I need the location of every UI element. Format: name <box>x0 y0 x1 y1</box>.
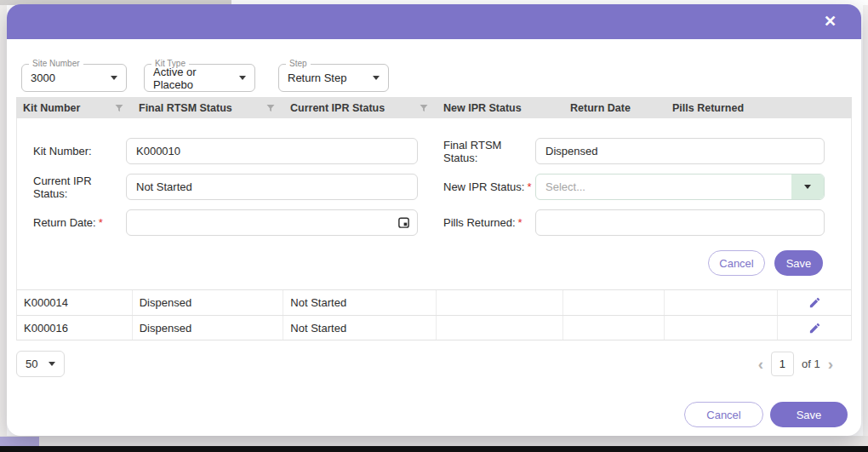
editor-save-button[interactable]: Save <box>774 250 823 276</box>
current-ipr-field-label: Current IPR Status: <box>17 175 126 200</box>
chevron-down-icon <box>239 76 246 80</box>
new-ipr-placeholder: Select... <box>536 180 791 193</box>
filter-icon[interactable] <box>266 103 276 113</box>
required-asterisk: * <box>99 216 103 229</box>
kit-type-select[interactable]: Kit Type Active or Placebo <box>144 64 255 92</box>
required-asterisk: * <box>527 180 531 193</box>
editor-cancel-button[interactable]: Cancel <box>708 250 765 276</box>
chevron-down-icon <box>111 76 117 80</box>
page-navigation: ‹ 1 of 1 › <box>758 352 833 376</box>
modal-save-button[interactable]: Save <box>770 402 848 427</box>
background-strip-right <box>863 5 868 436</box>
column-header-actions <box>779 97 852 118</box>
pencil-icon <box>808 296 821 309</box>
current-page-input[interactable]: 1 <box>771 352 794 376</box>
cell-new-ipr <box>437 316 563 340</box>
page-count-label: of 1 <box>802 358 820 370</box>
page-background: ✕ Site Number 3000 Kit Type Active or Pl… <box>0 0 868 452</box>
final-rtsm-input[interactable] <box>535 138 825 164</box>
filter-icon[interactable] <box>114 103 124 113</box>
column-header-label: Return Date <box>570 102 631 114</box>
table-row: K000016 Dispensed Not Started <box>16 315 852 340</box>
cell-current-ipr: Not Started <box>283 316 437 340</box>
final-rtsm-field-label: Final RTSM Status: <box>443 139 535 164</box>
current-ipr-input[interactable] <box>126 174 418 200</box>
return-date-label-text: Return Date: <box>33 216 96 229</box>
cell-kit-number: K000016 <box>17 316 133 340</box>
pills-returned-label-text: Pills Returned: <box>443 216 516 229</box>
step-select[interactable]: Step Return Step <box>278 64 389 92</box>
cell-pills-returned <box>665 316 778 340</box>
column-header-label: Kit Number <box>23 102 80 114</box>
site-number-value: 3000 <box>31 72 55 84</box>
calendar-icon[interactable] <box>397 216 410 229</box>
modal-header: ✕ <box>7 4 861 39</box>
modal-body: Site Number 3000 Kit Type Active or Plac… <box>7 64 861 377</box>
column-header-current-ipr: Current IPR Status <box>283 97 437 118</box>
filter-bar: Site Number 3000 Kit Type Active or Plac… <box>21 64 852 92</box>
kit-number-input[interactable] <box>126 138 418 164</box>
modal-footer: Cancel Save <box>684 402 848 427</box>
page-size-select[interactable]: 50 <box>16 351 65 377</box>
edit-row-button[interactable] <box>778 290 851 315</box>
new-ipr-field-label: New IPR Status:* <box>443 180 535 193</box>
chevron-down-icon <box>49 362 55 366</box>
return-date-input[interactable] <box>126 209 418 236</box>
step-value: Return Step <box>288 72 346 84</box>
column-header-label: New IPR Status <box>443 102 522 114</box>
new-ipr-select[interactable]: Select... <box>535 174 825 200</box>
column-header-label: Current IPR Status <box>290 102 385 114</box>
page-size-value: 50 <box>26 358 37 370</box>
chevron-down-icon <box>804 185 811 189</box>
edit-row-button[interactable] <box>778 316 851 340</box>
row-editor-panel: Kit Number: Final RTSM Status: Current I… <box>16 118 852 289</box>
return-date-wrap <box>126 209 418 236</box>
pagination-bar: 50 ‹ 1 of 1 › <box>16 351 852 377</box>
column-header-new-ipr: New IPR Status <box>437 97 563 118</box>
pills-returned-field-label: Pills Returned:* <box>443 216 535 229</box>
background-bottom-bar <box>0 446 868 452</box>
site-number-label: Site Number <box>29 59 83 68</box>
pills-returned-input[interactable] <box>535 209 825 236</box>
cell-return-date <box>563 290 665 315</box>
previous-page-icon[interactable]: ‹ <box>758 356 763 372</box>
step-label: Step <box>286 59 311 68</box>
column-header-kit-number: Kit Number <box>16 97 132 118</box>
table-row: K000014 Dispensed Not Started <box>16 289 852 315</box>
kit-return-modal: ✕ Site Number 3000 Kit Type Active or Pl… <box>7 4 861 436</box>
column-header-return-date: Return Date <box>563 97 665 118</box>
background-strip-left <box>0 5 7 436</box>
cell-current-ipr: Not Started <box>283 290 437 315</box>
cell-final-rtsm: Dispensed <box>133 316 284 340</box>
kit-type-value: Active or Placebo <box>153 66 239 91</box>
cell-kit-number: K000014 <box>17 290 133 315</box>
table-header-row: Kit Number Final RTSM Status Current IPR… <box>16 97 852 118</box>
cell-return-date <box>563 316 665 340</box>
column-header-label: Pills Returned <box>672 102 744 114</box>
new-ipr-dropdown-button[interactable] <box>791 175 824 199</box>
filter-icon[interactable] <box>419 103 429 113</box>
site-number-select[interactable]: Site Number 3000 <box>21 64 127 92</box>
pencil-icon <box>808 322 821 335</box>
cell-final-rtsm: Dispensed <box>133 290 284 315</box>
cell-pills-returned <box>665 290 778 315</box>
chevron-down-icon <box>373 76 380 80</box>
next-page-icon[interactable]: › <box>828 356 833 372</box>
kit-number-field-label: Kit Number: <box>17 145 126 157</box>
new-ipr-label-text: New IPR Status: <box>443 180 524 193</box>
column-header-pills-returned: Pills Returned <box>665 97 779 118</box>
close-icon[interactable]: ✕ <box>824 12 837 31</box>
column-header-label: Final RTSM Status <box>139 102 232 114</box>
return-date-field-label: Return Date:* <box>17 216 126 229</box>
kit-type-label: Kit Type <box>151 59 189 68</box>
column-header-final-rtsm: Final RTSM Status <box>132 97 283 118</box>
kits-table: Kit Number Final RTSM Status Current IPR… <box>16 97 852 340</box>
required-asterisk: * <box>518 216 523 229</box>
modal-cancel-button[interactable]: Cancel <box>684 402 763 427</box>
cell-new-ipr <box>437 290 563 315</box>
